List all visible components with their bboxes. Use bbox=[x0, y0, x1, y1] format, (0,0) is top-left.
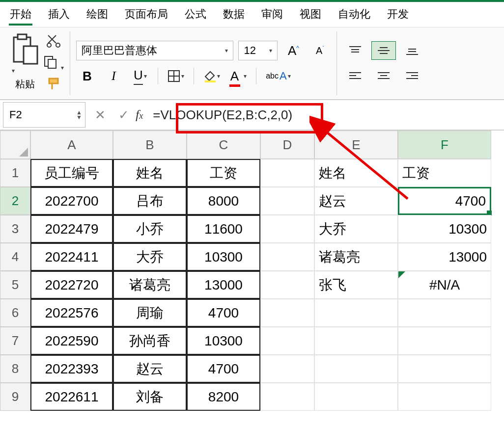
cell-E8[interactable] bbox=[314, 355, 398, 383]
cell-F7[interactable] bbox=[398, 327, 491, 355]
cell-E3[interactable]: 大乔 bbox=[314, 215, 398, 243]
borders-button[interactable]: ▾ bbox=[165, 66, 187, 86]
align-bottom-button[interactable] bbox=[400, 41, 424, 60]
cell-A7[interactable]: 2022590 bbox=[30, 327, 113, 355]
row-header-2[interactable]: 2 bbox=[0, 187, 30, 215]
cell-B8[interactable]: 赵云 bbox=[113, 355, 187, 383]
name-box-stepper[interactable]: ▲▼ bbox=[76, 110, 82, 120]
col-header-E[interactable]: E bbox=[314, 131, 398, 159]
cell-D3[interactable] bbox=[260, 215, 314, 243]
tab-view[interactable]: 视图 bbox=[299, 5, 322, 24]
align-right-button[interactable] bbox=[400, 67, 424, 85]
tab-automate[interactable]: 自动化 bbox=[337, 5, 371, 24]
font-color-button[interactable]: A ▾ bbox=[227, 66, 249, 86]
tab-data[interactable]: 数据 bbox=[222, 5, 246, 24]
select-all-corner[interactable] bbox=[0, 131, 30, 159]
format-painter-button[interactable] bbox=[46, 77, 61, 93]
tab-insert[interactable]: 插入 bbox=[47, 5, 71, 24]
cell-F2[interactable]: 4700 bbox=[398, 187, 491, 215]
bold-button[interactable]: B bbox=[76, 66, 98, 86]
cell-F5[interactable]: #N/A bbox=[398, 271, 491, 299]
fx-icon[interactable]: fx bbox=[136, 107, 143, 122]
font-name-select[interactable]: 阿里巴巴普惠体 ▾ bbox=[76, 41, 233, 60]
cell-D5[interactable] bbox=[260, 271, 314, 299]
cell-B9[interactable]: 刘备 bbox=[113, 383, 187, 411]
cell-F9[interactable] bbox=[398, 383, 491, 411]
cell-D4[interactable] bbox=[260, 243, 314, 271]
row-header-8[interactable]: 8 bbox=[0, 355, 30, 383]
formula-input[interactable]: =VLOOKUP(E2,B:C,2,0) bbox=[148, 106, 504, 125]
cell-D1[interactable] bbox=[260, 159, 314, 187]
cell-F3[interactable]: 10300 bbox=[398, 215, 491, 243]
tab-formulas[interactable]: 公式 bbox=[184, 5, 207, 24]
cell-C2[interactable]: 8000 bbox=[187, 187, 260, 215]
align-left-button[interactable] bbox=[343, 67, 367, 85]
row-header-3[interactable]: 3 bbox=[0, 215, 30, 243]
tab-page-layout[interactable]: 页面布局 bbox=[124, 5, 169, 24]
cell-C7[interactable]: 10300 bbox=[187, 327, 260, 355]
cell-B7[interactable]: 孙尚香 bbox=[113, 327, 187, 355]
enter-formula-button[interactable]: ✓ bbox=[112, 107, 136, 123]
cell-B6[interactable]: 周瑜 bbox=[113, 299, 187, 327]
row-header-4[interactable]: 4 bbox=[0, 243, 30, 271]
cell-C3[interactable]: 11600 bbox=[187, 215, 260, 243]
cell-F4[interactable]: 13000 bbox=[398, 243, 491, 271]
cell-A4[interactable]: 2022411 bbox=[30, 243, 113, 271]
cell-E9[interactable] bbox=[314, 383, 398, 411]
increase-font-button[interactable]: A^ bbox=[282, 41, 304, 60]
cell-E4[interactable]: 诸葛亮 bbox=[314, 243, 398, 271]
cell-D7[interactable] bbox=[260, 327, 314, 355]
cell-C9[interactable]: 8200 bbox=[187, 383, 260, 411]
tab-review[interactable]: 审阅 bbox=[260, 5, 284, 24]
cancel-formula-button[interactable]: ✕ bbox=[88, 107, 112, 123]
cell-E6[interactable] bbox=[314, 299, 398, 327]
tab-developer[interactable]: 开发 bbox=[386, 5, 410, 24]
cell-E2[interactable]: 赵云 bbox=[314, 187, 398, 215]
tab-draw[interactable]: 绘图 bbox=[85, 5, 109, 24]
cell-D9[interactable] bbox=[260, 383, 314, 411]
row-header-6[interactable]: 6 bbox=[0, 299, 30, 327]
align-middle-button[interactable] bbox=[371, 41, 396, 60]
cell-C4[interactable]: 10300 bbox=[187, 243, 260, 271]
align-top-button[interactable] bbox=[343, 41, 367, 60]
cell-E1[interactable]: 姓名 bbox=[314, 159, 398, 187]
cell-D8[interactable] bbox=[260, 355, 314, 383]
cell-A6[interactable]: 2022576 bbox=[30, 299, 113, 327]
align-center-button[interactable] bbox=[371, 67, 396, 85]
col-header-C[interactable]: C bbox=[187, 131, 260, 159]
cell-C5[interactable]: 13000 bbox=[187, 271, 260, 299]
cell-C6[interactable]: 4700 bbox=[187, 299, 260, 327]
cell-A9[interactable]: 2022611 bbox=[30, 383, 113, 411]
fill-color-button[interactable]: ▾ bbox=[201, 66, 223, 86]
col-header-D[interactable]: D bbox=[260, 131, 314, 159]
col-header-F[interactable]: F bbox=[398, 131, 491, 159]
copy-button[interactable]: ▾ bbox=[43, 55, 64, 72]
row-header-9[interactable]: 9 bbox=[0, 383, 30, 411]
col-header-B[interactable]: B bbox=[113, 131, 187, 159]
row-header-7[interactable]: 7 bbox=[0, 327, 30, 355]
cell-A2[interactable]: 2022700 bbox=[30, 187, 113, 215]
cell-C1[interactable]: 工资 bbox=[187, 159, 260, 187]
cell-A8[interactable]: 2022393 bbox=[30, 355, 113, 383]
tab-home[interactable]: 开始 bbox=[9, 5, 32, 26]
row-header-1[interactable]: 1 bbox=[0, 159, 30, 187]
col-header-A[interactable]: A bbox=[30, 131, 113, 159]
cell-F8[interactable] bbox=[398, 355, 491, 383]
cell-B3[interactable]: 小乔 bbox=[113, 215, 187, 243]
cell-C8[interactable]: 4700 bbox=[187, 355, 260, 383]
cell-B5[interactable]: 诸葛亮 bbox=[113, 271, 187, 299]
name-box[interactable]: F2 ▲▼ bbox=[3, 102, 85, 128]
paste-button[interactable]: ▾ bbox=[11, 33, 39, 75]
decrease-font-button[interactable]: Aˇ bbox=[309, 41, 331, 60]
cut-button[interactable] bbox=[46, 33, 61, 50]
cell-A5[interactable]: 2022720 bbox=[30, 271, 113, 299]
underline-button[interactable]: U▾ bbox=[129, 66, 151, 86]
cell-B2[interactable]: 吕布 bbox=[113, 187, 187, 215]
cell-D6[interactable] bbox=[260, 299, 314, 327]
cell-A1[interactable]: 员工编号 bbox=[30, 159, 113, 187]
cell-B1[interactable]: 姓名 bbox=[113, 159, 187, 187]
cell-B4[interactable]: 大乔 bbox=[113, 243, 187, 271]
cell-A3[interactable]: 2022479 bbox=[30, 215, 113, 243]
cell-E7[interactable] bbox=[314, 327, 398, 355]
row-header-5[interactable]: 5 bbox=[0, 271, 30, 299]
